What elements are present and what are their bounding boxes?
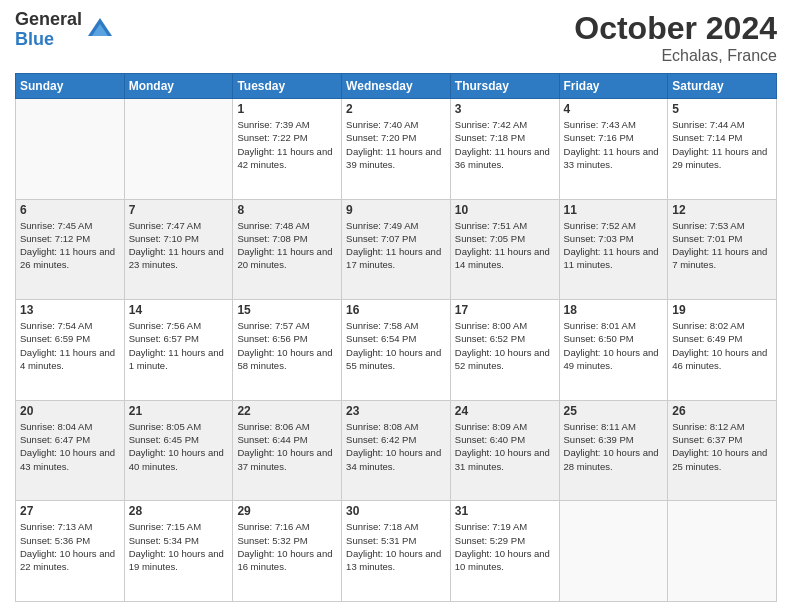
table-row (124, 99, 233, 200)
day-number: 4 (564, 102, 664, 116)
day-info: Sunrise: 7:54 AM Sunset: 6:59 PM Dayligh… (20, 319, 120, 372)
table-row: 21Sunrise: 8:05 AM Sunset: 6:45 PM Dayli… (124, 400, 233, 501)
day-info: Sunrise: 8:01 AM Sunset: 6:50 PM Dayligh… (564, 319, 664, 372)
main-title: October 2024 (574, 10, 777, 47)
table-row: 15Sunrise: 7:57 AM Sunset: 6:56 PM Dayli… (233, 300, 342, 401)
day-number: 20 (20, 404, 120, 418)
day-number: 2 (346, 102, 446, 116)
day-info: Sunrise: 8:02 AM Sunset: 6:49 PM Dayligh… (672, 319, 772, 372)
table-row: 20Sunrise: 8:04 AM Sunset: 6:47 PM Dayli… (16, 400, 125, 501)
calendar-week-row: 6Sunrise: 7:45 AM Sunset: 7:12 PM Daylig… (16, 199, 777, 300)
table-row: 14Sunrise: 7:56 AM Sunset: 6:57 PM Dayli… (124, 300, 233, 401)
table-row: 30Sunrise: 7:18 AM Sunset: 5:31 PM Dayli… (342, 501, 451, 602)
day-number: 3 (455, 102, 555, 116)
table-row: 24Sunrise: 8:09 AM Sunset: 6:40 PM Dayli… (450, 400, 559, 501)
day-number: 8 (237, 203, 337, 217)
day-number: 26 (672, 404, 772, 418)
day-info: Sunrise: 7:42 AM Sunset: 7:18 PM Dayligh… (455, 118, 555, 171)
day-number: 21 (129, 404, 229, 418)
day-info: Sunrise: 8:04 AM Sunset: 6:47 PM Dayligh… (20, 420, 120, 473)
day-number: 25 (564, 404, 664, 418)
day-info: Sunrise: 8:09 AM Sunset: 6:40 PM Dayligh… (455, 420, 555, 473)
header-thursday: Thursday (450, 74, 559, 99)
day-info: Sunrise: 7:43 AM Sunset: 7:16 PM Dayligh… (564, 118, 664, 171)
header-friday: Friday (559, 74, 668, 99)
logo-blue: Blue (15, 30, 82, 50)
table-row: 7Sunrise: 7:47 AM Sunset: 7:10 PM Daylig… (124, 199, 233, 300)
day-info: Sunrise: 8:05 AM Sunset: 6:45 PM Dayligh… (129, 420, 229, 473)
calendar-week-row: 13Sunrise: 7:54 AM Sunset: 6:59 PM Dayli… (16, 300, 777, 401)
header-sunday: Sunday (16, 74, 125, 99)
day-info: Sunrise: 8:08 AM Sunset: 6:42 PM Dayligh… (346, 420, 446, 473)
day-number: 30 (346, 504, 446, 518)
logo-general: General (15, 10, 82, 30)
table-row (559, 501, 668, 602)
page: General Blue October 2024 Echalas, Franc… (0, 0, 792, 612)
calendar-week-row: 1Sunrise: 7:39 AM Sunset: 7:22 PM Daylig… (16, 99, 777, 200)
header-monday: Monday (124, 74, 233, 99)
table-row: 13Sunrise: 7:54 AM Sunset: 6:59 PM Dayli… (16, 300, 125, 401)
day-number: 12 (672, 203, 772, 217)
table-row: 27Sunrise: 7:13 AM Sunset: 5:36 PM Dayli… (16, 501, 125, 602)
day-number: 7 (129, 203, 229, 217)
day-info: Sunrise: 7:48 AM Sunset: 7:08 PM Dayligh… (237, 219, 337, 272)
day-info: Sunrise: 8:00 AM Sunset: 6:52 PM Dayligh… (455, 319, 555, 372)
day-number: 22 (237, 404, 337, 418)
table-row: 22Sunrise: 8:06 AM Sunset: 6:44 PM Dayli… (233, 400, 342, 501)
day-number: 19 (672, 303, 772, 317)
day-number: 6 (20, 203, 120, 217)
table-row: 29Sunrise: 7:16 AM Sunset: 5:32 PM Dayli… (233, 501, 342, 602)
table-row: 9Sunrise: 7:49 AM Sunset: 7:07 PM Daylig… (342, 199, 451, 300)
day-number: 5 (672, 102, 772, 116)
table-row: 2Sunrise: 7:40 AM Sunset: 7:20 PM Daylig… (342, 99, 451, 200)
day-number: 13 (20, 303, 120, 317)
day-number: 27 (20, 504, 120, 518)
day-info: Sunrise: 7:58 AM Sunset: 6:54 PM Dayligh… (346, 319, 446, 372)
table-row: 10Sunrise: 7:51 AM Sunset: 7:05 PM Dayli… (450, 199, 559, 300)
table-row: 5Sunrise: 7:44 AM Sunset: 7:14 PM Daylig… (668, 99, 777, 200)
day-number: 18 (564, 303, 664, 317)
title-block: October 2024 Echalas, France (574, 10, 777, 65)
day-info: Sunrise: 7:53 AM Sunset: 7:01 PM Dayligh… (672, 219, 772, 272)
calendar-table: Sunday Monday Tuesday Wednesday Thursday… (15, 73, 777, 602)
table-row: 23Sunrise: 8:08 AM Sunset: 6:42 PM Dayli… (342, 400, 451, 501)
day-info: Sunrise: 7:13 AM Sunset: 5:36 PM Dayligh… (20, 520, 120, 573)
calendar-header-row: Sunday Monday Tuesday Wednesday Thursday… (16, 74, 777, 99)
day-info: Sunrise: 8:11 AM Sunset: 6:39 PM Dayligh… (564, 420, 664, 473)
table-row: 19Sunrise: 8:02 AM Sunset: 6:49 PM Dayli… (668, 300, 777, 401)
day-number: 10 (455, 203, 555, 217)
day-number: 16 (346, 303, 446, 317)
day-info: Sunrise: 7:47 AM Sunset: 7:10 PM Dayligh… (129, 219, 229, 272)
table-row: 8Sunrise: 7:48 AM Sunset: 7:08 PM Daylig… (233, 199, 342, 300)
logo: General Blue (15, 10, 114, 50)
day-info: Sunrise: 7:56 AM Sunset: 6:57 PM Dayligh… (129, 319, 229, 372)
table-row (668, 501, 777, 602)
day-number: 15 (237, 303, 337, 317)
day-info: Sunrise: 7:40 AM Sunset: 7:20 PM Dayligh… (346, 118, 446, 171)
day-info: Sunrise: 7:51 AM Sunset: 7:05 PM Dayligh… (455, 219, 555, 272)
day-info: Sunrise: 7:44 AM Sunset: 7:14 PM Dayligh… (672, 118, 772, 171)
day-info: Sunrise: 7:18 AM Sunset: 5:31 PM Dayligh… (346, 520, 446, 573)
day-info: Sunrise: 7:16 AM Sunset: 5:32 PM Dayligh… (237, 520, 337, 573)
day-info: Sunrise: 7:49 AM Sunset: 7:07 PM Dayligh… (346, 219, 446, 272)
day-info: Sunrise: 8:06 AM Sunset: 6:44 PM Dayligh… (237, 420, 337, 473)
day-info: Sunrise: 8:12 AM Sunset: 6:37 PM Dayligh… (672, 420, 772, 473)
day-number: 14 (129, 303, 229, 317)
header-wednesday: Wednesday (342, 74, 451, 99)
table-row: 31Sunrise: 7:19 AM Sunset: 5:29 PM Dayli… (450, 501, 559, 602)
day-info: Sunrise: 7:39 AM Sunset: 7:22 PM Dayligh… (237, 118, 337, 171)
table-row: 25Sunrise: 8:11 AM Sunset: 6:39 PM Dayli… (559, 400, 668, 501)
day-number: 11 (564, 203, 664, 217)
day-info: Sunrise: 7:15 AM Sunset: 5:34 PM Dayligh… (129, 520, 229, 573)
table-row: 18Sunrise: 8:01 AM Sunset: 6:50 PM Dayli… (559, 300, 668, 401)
subtitle: Echalas, France (574, 47, 777, 65)
day-info: Sunrise: 7:57 AM Sunset: 6:56 PM Dayligh… (237, 319, 337, 372)
calendar-week-row: 27Sunrise: 7:13 AM Sunset: 5:36 PM Dayli… (16, 501, 777, 602)
table-row: 26Sunrise: 8:12 AM Sunset: 6:37 PM Dayli… (668, 400, 777, 501)
table-row: 11Sunrise: 7:52 AM Sunset: 7:03 PM Dayli… (559, 199, 668, 300)
day-number: 31 (455, 504, 555, 518)
day-info: Sunrise: 7:19 AM Sunset: 5:29 PM Dayligh… (455, 520, 555, 573)
day-info: Sunrise: 7:52 AM Sunset: 7:03 PM Dayligh… (564, 219, 664, 272)
table-row: 16Sunrise: 7:58 AM Sunset: 6:54 PM Dayli… (342, 300, 451, 401)
day-info: Sunrise: 7:45 AM Sunset: 7:12 PM Dayligh… (20, 219, 120, 272)
